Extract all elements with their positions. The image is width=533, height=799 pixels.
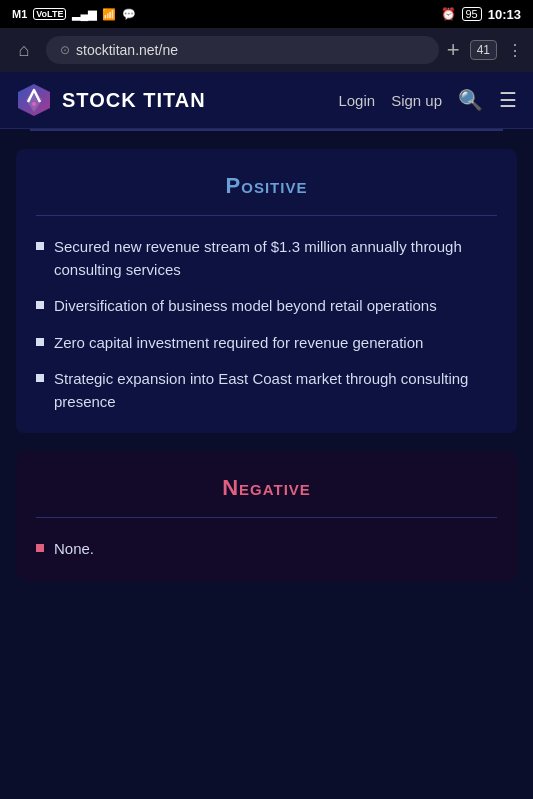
list-item: None. (36, 538, 497, 561)
battery-indicator: 95 (462, 7, 482, 21)
bullet-icon (36, 544, 44, 552)
list-item: Zero capital investment required for rev… (36, 332, 497, 355)
bullet-icon (36, 301, 44, 309)
alarm-icon: ⏰ (441, 7, 456, 21)
message-icon: 💬 (122, 8, 136, 21)
navbar-actions: Login Sign up 🔍 ☰ (338, 88, 517, 112)
address-bar[interactable]: ⊙ stocktitan.net/ne (46, 36, 439, 64)
top-divider (30, 129, 503, 131)
list-item: Strategic expansion into East Coast mark… (36, 368, 497, 413)
signup-link[interactable]: Sign up (391, 92, 442, 109)
negative-section-title: Negative (36, 475, 497, 501)
carrier-label: M1 (12, 8, 27, 20)
page-content: Positive Secured new revenue stream of $… (0, 129, 533, 581)
browser-actions: + 41 ⋮ (447, 37, 523, 63)
status-left: M1 VoLTE ▂▄▆ 📶 💬 (12, 8, 136, 21)
bullet-icon (36, 338, 44, 346)
brand-name-text: STOCK TITAN (62, 89, 206, 112)
home-button[interactable]: ⌂ (10, 36, 38, 64)
security-icon: ⊙ (60, 43, 70, 57)
bullet-text: Zero capital investment required for rev… (54, 332, 423, 355)
search-icon[interactable]: 🔍 (458, 88, 483, 112)
url-text: stocktitan.net/ne (76, 42, 178, 58)
status-bar: M1 VoLTE ▂▄▆ 📶 💬 ⏰ 95 10:13 (0, 0, 533, 28)
bullet-text: None. (54, 538, 94, 561)
negative-divider (36, 517, 497, 518)
bullet-icon (36, 242, 44, 250)
wifi-icon: 📶 (102, 8, 116, 21)
status-right: ⏰ 95 10:13 (441, 7, 522, 22)
svg-point-0 (32, 102, 36, 106)
positive-divider (36, 215, 497, 216)
tab-count-badge[interactable]: 41 (470, 40, 497, 60)
battery-percent: 95 (462, 7, 482, 21)
navbar: STOCK TITAN Login Sign up 🔍 ☰ (0, 72, 533, 129)
bullet-icon (36, 374, 44, 382)
bullet-text: Strategic expansion into East Coast mark… (54, 368, 497, 413)
list-item: Diversification of business model beyond… (36, 295, 497, 318)
new-tab-button[interactable]: + (447, 37, 460, 63)
signal-icon: ▂▄▆ (72, 8, 96, 21)
brand-logo-icon (16, 82, 52, 118)
positive-section: Positive Secured new revenue stream of $… (16, 149, 517, 433)
brand: STOCK TITAN (16, 82, 206, 118)
menu-dots-icon[interactable]: ⋮ (507, 41, 523, 60)
positive-section-title: Positive (36, 173, 497, 199)
bullet-text: Diversification of business model beyond… (54, 295, 437, 318)
positive-bullet-list: Secured new revenue stream of $1.3 milli… (36, 236, 497, 413)
bullet-text: Secured new revenue stream of $1.3 milli… (54, 236, 497, 281)
list-item: Secured new revenue stream of $1.3 milli… (36, 236, 497, 281)
negative-section: Negative None. (16, 451, 517, 581)
login-link[interactable]: Login (338, 92, 375, 109)
browser-chrome: ⌂ ⊙ stocktitan.net/ne + 41 ⋮ (0, 28, 533, 72)
negative-bullet-list: None. (36, 538, 497, 561)
menu-hamburger-icon[interactable]: ☰ (499, 88, 517, 112)
volte-badge: VoLTE (33, 8, 66, 20)
time-display: 10:13 (488, 7, 521, 22)
